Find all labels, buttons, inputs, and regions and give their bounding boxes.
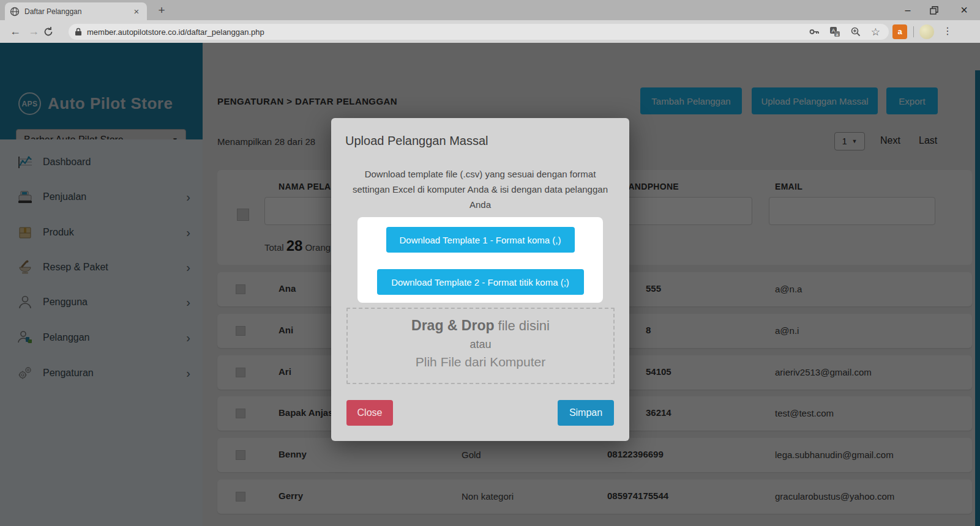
extension-icon[interactable]: a <box>892 24 907 39</box>
profile-avatar[interactable] <box>919 24 934 39</box>
bookmark-star-icon[interactable]: ☆ <box>871 26 880 39</box>
tab-title: Daftar Pelanggan <box>24 7 131 16</box>
template-buttons-card: Download Template 1 - Format koma (,) Do… <box>357 217 603 303</box>
key-icon[interactable] <box>809 26 820 37</box>
url-text: member.autopilotstore.co.id/daftar_pelan… <box>87 28 264 37</box>
tab-close-icon[interactable]: × <box>131 6 142 17</box>
back-icon[interactable]: ← <box>6 25 24 38</box>
window-close-icon[interactable]: × <box>958 3 970 17</box>
dropzone-line3: Plih File dari Komputer <box>348 355 613 369</box>
dropzone-rest-text: file disini <box>494 318 549 333</box>
modal-title: Upload Pelanggan Massal <box>345 134 488 148</box>
modal-description: Download template file (.csv) yang sesua… <box>345 167 615 212</box>
modal-close-button[interactable]: Close <box>346 400 393 426</box>
dropzone-bold-text: Drag & Drop <box>411 317 494 333</box>
dropzone-line2: atau <box>348 338 613 351</box>
new-tab-button[interactable]: + <box>154 4 169 17</box>
toolbar-divider <box>913 26 914 37</box>
upload-modal: Upload Pelanggan Massal Download templat… <box>331 118 629 441</box>
download-template1-button[interactable]: Download Template 1 - Format koma (,) <box>386 227 575 253</box>
download-template2-button[interactable]: Download Template 2 - Format titik koma … <box>377 269 584 295</box>
svg-text:a: a <box>836 32 838 37</box>
translate-icon[interactable]: Aa <box>829 26 840 37</box>
browser-tab[interactable]: Daftar Pelanggan × <box>5 2 147 20</box>
window-minimize-icon[interactable]: – <box>902 5 914 16</box>
address-bar-icons: Aa ☆ <box>809 24 883 40</box>
reload-icon[interactable] <box>43 26 61 37</box>
forward-icon[interactable]: → <box>24 25 43 38</box>
favicon-globe-icon <box>10 7 20 17</box>
browser-menu-icon[interactable]: ⋮ <box>943 25 952 37</box>
window-controls: – × <box>902 0 976 20</box>
file-dropzone[interactable]: Drag & Drop file disini atau Plih File d… <box>346 308 615 384</box>
browser-tab-strip: Daftar Pelanggan × + – × <box>0 0 980 20</box>
modal-save-button[interactable]: Simpan <box>558 400 614 426</box>
lock-icon <box>75 28 82 36</box>
window-restore-icon[interactable] <box>930 6 942 15</box>
dropzone-line1: Drag & Drop file disini <box>348 317 613 334</box>
screen: Daftar Pelanggan × + – × ← → member.auto… <box>0 0 980 526</box>
address-bar[interactable]: member.autopilotstore.co.id/daftar_pelan… <box>69 24 889 40</box>
zoom-icon[interactable] <box>850 26 861 37</box>
